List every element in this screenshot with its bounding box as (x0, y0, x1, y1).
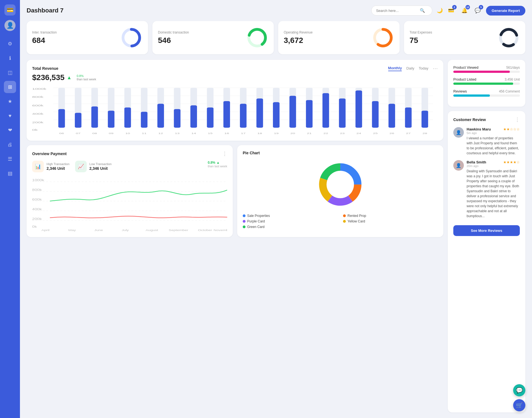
tab-today[interactable]: Today (419, 66, 428, 71)
high-transaction-icon: 📊 (32, 161, 44, 172)
sidebar-item-star[interactable]: ★ (4, 95, 16, 107)
bell-icon-btn[interactable]: 🔔 12 (459, 6, 469, 16)
chat-badge: 5 (479, 5, 483, 9)
svg-text:1000k: 1000k (32, 179, 44, 182)
revenue-more-icon[interactable]: ⋯ (433, 65, 438, 71)
svg-text:21: 21 (307, 132, 312, 135)
review-name-row-0: Hawkins Maru ★★☆☆☆ (467, 127, 520, 131)
product-reviews-name: Reviews (453, 89, 467, 93)
reviews-more-icon[interactable]: ⋮ (515, 117, 520, 123)
svg-text:800k: 800k (32, 95, 44, 98)
legend-dot-yellow (343, 220, 346, 223)
legend-yellow-card: Yellow Card (343, 219, 438, 223)
sidebar-item-menu[interactable]: ☰ (4, 153, 16, 165)
payment-header: Overview Payment ⋮ (32, 151, 227, 157)
svg-text:May: May (68, 229, 76, 232)
low-transaction-label: Low Transaction (89, 162, 112, 166)
sidebar-item-heart2[interactable]: ❤ (4, 124, 16, 136)
review-item-0: 👤 Hawkins Maru ★★☆☆☆ 5m ago I viewed a n… (453, 127, 520, 156)
stat-card-left-1: Domestic transaction 546 (158, 30, 189, 45)
low-transaction-icon: 📈 (75, 161, 87, 172)
cart-float-button[interactable]: 🛒 (513, 399, 525, 411)
svg-text:400k: 400k (32, 112, 44, 115)
review-stars-0: ★★☆☆☆ (503, 127, 520, 131)
product-listed: Product Listed 3,456 Unit (453, 77, 520, 85)
product-viewed: Product Viewed 561/days (453, 65, 520, 73)
pie-legend: Sale Properties Rented Prop Purple Card (243, 214, 438, 229)
svg-text:24: 24 (356, 132, 361, 135)
stat-card-left-3: Total Expenses 75 (410, 30, 432, 45)
svg-rect-74 (355, 91, 362, 128)
search-icon: 🔍 (420, 8, 425, 13)
svg-text:10: 10 (125, 132, 130, 135)
support-float-button[interactable]: 💬 (513, 384, 525, 396)
main-content: Dashboard 7 🔍 🌙 💳 2 🔔 12 💬 5 Generate Re… (20, 0, 532, 418)
svg-text:200k: 200k (32, 121, 44, 124)
product-reviews-progress (453, 94, 520, 97)
search-box[interactable]: 🔍 (371, 6, 432, 16)
product-viewed-row: Product Viewed 561/days (453, 65, 520, 70)
svg-text:600k: 600k (32, 104, 44, 107)
sidebar-item-dashboard[interactable]: ⊞ (4, 81, 16, 93)
chat-icon-btn[interactable]: 💬 5 (473, 6, 483, 16)
legend-label-green: Green Card (247, 225, 265, 229)
sidebar-item-heart[interactable]: ♥ (4, 110, 16, 122)
svg-rect-53 (240, 104, 247, 128)
stat-value-1: 546 (158, 36, 189, 45)
svg-rect-86 (421, 111, 428, 128)
legend-purple-card: Purple Card (243, 219, 337, 223)
svg-text:14: 14 (191, 132, 196, 135)
svg-text:September: September (169, 229, 188, 232)
svg-text:600k: 600k (32, 198, 42, 201)
product-listed-fill (453, 83, 513, 85)
wallet-icon-btn[interactable]: 💳 2 (446, 6, 456, 16)
theme-toggle-icon[interactable]: 🌙 (437, 7, 443, 14)
svg-text:0k: 0k (32, 128, 38, 131)
stat-label-3: Total Expenses (410, 30, 432, 34)
svg-text:11: 11 (142, 132, 147, 135)
high-transaction-info: High Transaction 2,346 Unit (47, 162, 70, 171)
revenue-change-badge: 0.8% than last week (77, 74, 96, 81)
review-text-0: I viewed a number of properties with Jus… (467, 136, 520, 156)
svg-text:18: 18 (257, 132, 262, 135)
svg-text:October: October (198, 229, 212, 232)
review-text-1: Dealing with Syamsudin and Bakri was a j… (467, 169, 520, 219)
svg-text:20: 20 (290, 132, 295, 135)
stat-card-domestic-transaction: Domestic transaction 546 (152, 21, 274, 54)
review-content-0: Hawkins Maru ★★☆☆☆ 5m ago I viewed a num… (467, 127, 520, 156)
revenue-card: Total Revenue Monthly Daily Today ⋯ $236… (27, 60, 443, 141)
tab-monthly[interactable]: Monthly (388, 66, 402, 71)
svg-text:200k: 200k (32, 217, 42, 220)
search-input[interactable] (376, 9, 418, 13)
product-listed-progress (453, 83, 520, 85)
generate-report-button[interactable]: Generate Report (486, 6, 525, 16)
sidebar-item-print[interactable]: 🖨 (4, 139, 16, 151)
payment-more-icon[interactable]: ⋮ (222, 151, 227, 157)
product-viewed-progress (453, 71, 520, 73)
legend-label-sale: Sale Properties (247, 214, 270, 218)
product-reviews-row: Reviews 456 Comment (453, 89, 520, 93)
stat-card-left-2: Operating Revenue 3,672 (284, 30, 313, 45)
sidebar-item-settings[interactable]: ⚙ (4, 38, 16, 50)
stat-card-operating-revenue: Operating Revenue 3,672 (278, 21, 400, 54)
svg-rect-77 (372, 101, 379, 128)
sidebar-logo[interactable]: 💳 (4, 4, 16, 16)
product-listed-stat: 3,456 Unit (505, 78, 520, 81)
wallet-badge: 2 (452, 5, 457, 9)
svg-rect-20 (58, 109, 65, 128)
products-card: Product Viewed 561/days Product Listed 3… (448, 60, 525, 107)
svg-text:06: 06 (59, 132, 64, 135)
sidebar-item-info[interactable]: ℹ (4, 52, 16, 64)
svg-text:800k: 800k (32, 188, 42, 191)
tab-daily[interactable]: Daily (406, 66, 414, 71)
sidebar-avatar[interactable]: 👤 (4, 20, 16, 31)
svg-text:400k: 400k (32, 208, 42, 211)
see-more-reviews-button[interactable]: See More Reviews (453, 225, 520, 236)
stat-label-0: Inter. transaction (32, 30, 57, 34)
stat-value-0: 684 (32, 36, 57, 45)
product-listed-name: Product Listed (453, 77, 476, 81)
sidebar-item-list[interactable]: ▤ (4, 167, 16, 179)
sidebar-item-layers[interactable]: ◫ (4, 66, 16, 79)
svg-rect-23 (75, 113, 81, 128)
high-transaction-label: High Transaction (47, 162, 70, 166)
